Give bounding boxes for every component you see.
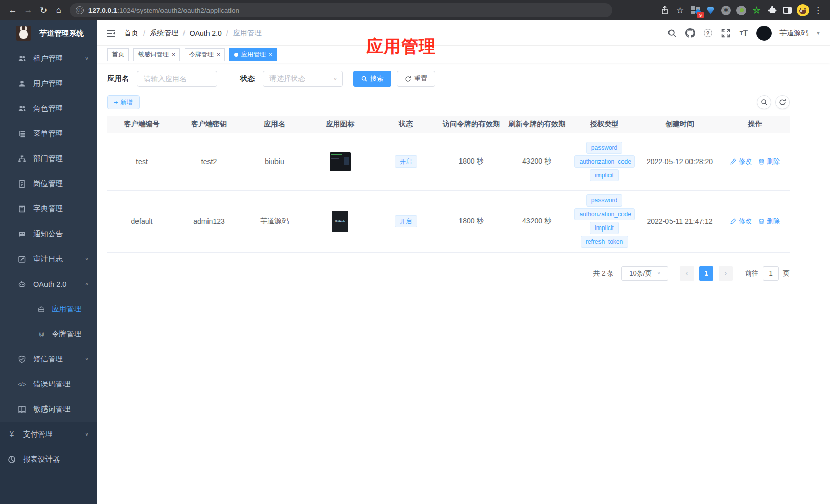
font-size-button[interactable]: TT	[739, 28, 749, 38]
sidebar-item-dict[interactable]: 字典管理	[0, 196, 97, 221]
cell-refresh-ttl: 43200 秒	[504, 190, 570, 252]
sidebar-item-audit-log[interactable]: 审计日志 ∨	[0, 246, 97, 271]
extension-star-button[interactable]: ☆	[750, 3, 764, 17]
main-area: 应用管理 首页 / 系统管理 / OAuth 2.0 / 应用管理	[97, 20, 830, 504]
close-icon[interactable]: ×	[172, 52, 175, 58]
browser-chrome: ← → ↻ ⌂ ⓘ 127.0.0.1:1024/system/oauth2/o…	[0, 0, 830, 20]
browser-menu-kebab[interactable]: ⋮	[811, 3, 825, 17]
edit-log-icon	[17, 255, 27, 263]
extension-record-button[interactable]	[734, 3, 748, 17]
refresh-table-button[interactable]	[775, 95, 790, 109]
side-panel-button[interactable]	[780, 3, 794, 17]
browser-reload-button[interactable]: ↻	[36, 3, 51, 18]
site-info-icon[interactable]: ⓘ	[76, 6, 84, 14]
search-button[interactable]: 搜索	[353, 71, 391, 87]
sidebar-item-label: 岗位管理	[33, 179, 63, 189]
edit-button[interactable]: 修改	[730, 217, 752, 226]
grant-type-tags: password authorization_code implicit	[570, 142, 639, 181]
command-circle-icon: ⌘	[721, 6, 731, 15]
grant-tag: password	[586, 142, 622, 154]
url-text: 127.0.0.1:1024/system/oauth2/oauth2/appl…	[88, 7, 239, 14]
sidebar-item-post[interactable]: 岗位管理	[0, 171, 97, 196]
question-icon: ?	[704, 29, 712, 37]
tab-app-mgmt[interactable]: 应用管理 ×	[229, 48, 277, 61]
sidebar-item-sensitive-words[interactable]: 敏感词管理	[0, 397, 97, 422]
breadcrumb-item-home[interactable]: 首页	[124, 29, 139, 38]
sidebar-item-dept[interactable]: 部门管理	[0, 146, 97, 171]
extension-badge: 9	[697, 12, 704, 18]
delete-button[interactable]: 删除	[758, 157, 780, 166]
app-icon-thumbnail: GitHub	[332, 211, 348, 232]
user-avatar[interactable]	[756, 26, 772, 41]
sidebar-item-menu[interactable]: 菜单管理	[0, 121, 97, 146]
sidebar-item-payment[interactable]: ¥ 支付管理 ∨	[0, 422, 97, 447]
grant-tag: authorization_code	[574, 208, 635, 220]
extension-command-button[interactable]: ⌘	[719, 3, 733, 17]
page-size-select[interactable]: 10条/页 ∨	[621, 266, 668, 281]
sidebar-item-role[interactable]: 角色管理	[0, 96, 97, 121]
sidebar-item-oauth-application[interactable]: 应用管理	[0, 296, 97, 322]
edit-button[interactable]: 修改	[730, 157, 752, 166]
github-link-button[interactable]	[685, 28, 695, 38]
robot-icon	[17, 280, 27, 288]
active-dot-icon	[234, 53, 238, 57]
sidebar-item-label: 审计日志	[33, 254, 63, 264]
collapse-sidebar-button[interactable]	[106, 28, 116, 38]
sidebar-item-label: 通知公告	[33, 229, 63, 239]
search-icon	[760, 99, 768, 106]
sidebar-item-label: 部门管理	[33, 154, 63, 164]
cell-created-at: 2022-05-12 00:28:20	[639, 133, 721, 190]
github-icon	[685, 28, 695, 38]
cell-client-secret: test2	[176, 133, 242, 190]
tab-sensitive-words[interactable]: 敏感词管理 ×	[133, 48, 180, 61]
pie-chart-icon	[7, 455, 16, 464]
tab-home[interactable]: 首页	[107, 48, 129, 61]
share-button[interactable]	[658, 3, 672, 17]
extensions-puzzle-button[interactable]	[765, 3, 779, 17]
toggle-search-button[interactable]	[757, 95, 771, 109]
close-icon[interactable]: ×	[269, 52, 272, 58]
url-bar[interactable]: ⓘ 127.0.0.1:1024/system/oauth2/oauth2/ap…	[70, 3, 612, 17]
browser-profile-avatar[interactable]	[796, 3, 810, 17]
sidebar-item-error-code[interactable]: </> 错误码管理	[0, 372, 97, 397]
chevron-down-icon: ∨	[85, 256, 89, 261]
emoji-avatar-icon	[797, 4, 809, 16]
table-row: default admin123 芋道源码 GitHub 开启 1800 秒 4…	[107, 190, 790, 252]
extension-gem-button[interactable]	[704, 3, 718, 17]
plus-icon: +	[114, 99, 118, 106]
page-1-button[interactable]: 1	[699, 266, 713, 281]
browser-forward-button[interactable]: →	[20, 3, 36, 18]
fullscreen-button[interactable]	[721, 28, 731, 38]
extension-grid-button[interactable]: 9	[688, 3, 702, 17]
browser-back-button[interactable]: ←	[5, 3, 20, 18]
sidebar-item-oauth[interactable]: OAuth 2.0 ∧	[0, 271, 97, 296]
app-name-input[interactable]	[137, 71, 217, 87]
sidebar-item-report-designer[interactable]: 报表设计器	[0, 447, 97, 472]
user-caret-down-icon[interactable]: ▼	[816, 30, 821, 36]
sidebar-item-sms[interactable]: 短信管理 ∨	[0, 347, 97, 372]
status-select[interactable]: 请选择状态 ∨	[263, 71, 343, 87]
cell-created-at: 2022-05-11 21:47:12	[639, 190, 721, 252]
goto-page-input[interactable]	[763, 266, 779, 281]
delete-button[interactable]: 删除	[758, 217, 780, 226]
header-search-button[interactable]	[667, 28, 677, 38]
prev-page-button[interactable]: ‹	[680, 266, 694, 281]
puzzle-icon	[768, 6, 777, 15]
help-button[interactable]: ?	[703, 28, 713, 38]
bookmark-star-button[interactable]: ☆	[673, 3, 687, 17]
sidebar-item-notice[interactable]: 通知公告	[0, 221, 97, 246]
username[interactable]: 芋道源码	[779, 29, 808, 38]
close-icon[interactable]: ×	[217, 52, 220, 58]
chevron-up-icon: ∧	[85, 281, 89, 286]
sidebar-item-user[interactable]: 用户管理	[0, 71, 97, 96]
sidebar-item-tenant[interactable]: 租户管理 ∨	[0, 46, 97, 71]
sidebar-logo-row[interactable]: 芋道管理系统	[0, 20, 97, 46]
add-button[interactable]: + 新增	[107, 95, 140, 109]
tab-token-mgmt[interactable]: 令牌管理 ×	[185, 48, 225, 61]
browser-home-button[interactable]: ⌂	[51, 3, 66, 18]
chevron-down-icon: ∨	[657, 271, 660, 276]
reset-button[interactable]: 重置	[397, 71, 435, 87]
sidebar-item-oauth-token[interactable]: (a) 令牌管理	[0, 322, 97, 347]
next-page-button[interactable]: ›	[719, 266, 733, 281]
cell-access-ttl: 1800 秒	[439, 133, 504, 190]
